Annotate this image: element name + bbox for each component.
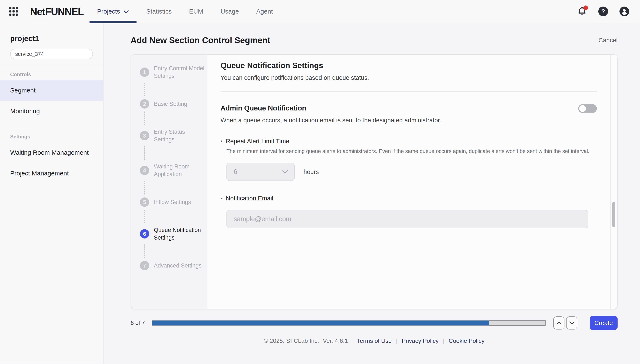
repeat-alert-limit-description: The minimum interval for sending queue a… [226,148,597,154]
card-scrollbar-track [610,55,617,309]
nav-item-statistics[interactable]: Statistics [138,0,179,23]
main-area: Add New Section Control Segment Cancel 1… [104,23,640,364]
repeat-alert-hours-select[interactable]: 6 [226,163,294,181]
footer-separator: | [443,338,444,344]
footer-separator: | [396,338,398,344]
chevron-down-icon [569,321,574,325]
nav-item-usage[interactable]: Usage [213,0,246,23]
next-step-button[interactable] [566,316,577,330]
select-value: 6 [234,168,237,176]
sidebar-item-monitoring[interactable]: Monitoring [0,101,103,122]
step-1-entry-control-model-settings[interactable]: 1 Entry Control Model Settings [140,64,208,80]
step-7-advanced-settings[interactable]: 7 Advanced Settings [140,261,208,270]
account-icon[interactable] [619,6,630,16]
field-label-text: Repeat Alert Limit Time [226,138,289,145]
netfunnel-logo[interactable]: NetFUNNEL [30,6,84,17]
nav-item-label: Usage [220,8,239,15]
content-subtitle: You can configure notifications based on… [220,74,597,81]
wizard-card: 1 Entry Control Model Settings 2 Basic S… [130,54,618,309]
step-number: 5 [140,198,149,207]
version-text: Ver. 4.6.1 [323,338,348,344]
cookie-policy-link[interactable]: Cookie Policy [449,338,485,344]
cancel-button[interactable]: Cancel [598,37,618,44]
progress-fill [152,320,489,325]
notification-email-input[interactable] [226,210,588,228]
nav-item-label: Statistics [146,8,172,15]
page-footer: © 2025. STCLab Inc. Ver. 4.6.1 Terms of … [130,338,618,344]
sidebar-item-label: Waiting Room Management [10,149,89,156]
privacy-policy-link[interactable]: Privacy Policy [402,338,438,344]
help-glyph: ? [601,8,605,15]
step-6-queue-notification-settings[interactable]: 6 Queue Notification Settings [140,226,208,242]
admin-queue-notification-row: Admin Queue Notification [220,104,597,113]
step-label: Queue Notification Settings [154,226,207,242]
step-label: Basic Setting [154,100,207,108]
sidebar-item-segment[interactable]: Segment [0,80,103,101]
sidebar: project1 service_374 Controls Segment Mo… [0,23,104,364]
step-label: Waiting Room Application [154,163,207,178]
content-title: Queue Notification Settings [220,61,597,70]
copyright-text: © 2025. STCLab Inc. [264,338,319,344]
step-progress-bar [152,320,546,326]
create-button[interactable]: Create [590,316,618,330]
repeat-alert-limit-label: • Repeat Alert Limit Time [220,138,597,145]
step-number: 3 [140,131,149,140]
sidebar-item-label: Project Management [10,170,69,177]
sidebar-item-waiting-room-management[interactable]: Waiting Room Management [0,142,103,163]
step-connector [144,244,208,258]
notification-badge [583,6,588,10]
step-number: 4 [140,166,149,175]
navbar-right-icons: ? [577,6,630,16]
app-launcher-icon[interactable] [9,7,18,16]
admin-queue-notification-description: When a queue occurs, a notification emai… [220,117,597,124]
card-scrollbar-thumb[interactable] [612,202,615,227]
sidebar-section-settings: Settings [10,134,103,140]
step-connector [144,83,208,96]
chevron-down-icon [124,10,129,14]
service-selector[interactable]: service_374 [10,49,93,59]
content-divider [220,92,597,92]
nav-item-label: Agent [256,8,273,15]
step-label: Advanced Settings [154,262,207,270]
previous-step-button[interactable] [553,316,564,330]
nav-item-label: Projects [97,8,120,15]
step-number: 7 [140,261,149,270]
admin-queue-notification-toggle[interactable] [578,104,597,113]
wizard-bottom-bar: 6 of 7 Create [130,316,618,330]
sidebar-item-label: Segment [10,87,36,94]
step-number: 1 [140,68,149,77]
admin-queue-notification-title: Admin Queue Notification [220,104,306,112]
project-name: project1 [10,34,103,43]
step-label: Entry Control Model Settings [154,64,207,80]
step-connector [144,181,208,194]
step-number: 6 [140,229,149,238]
step-5-inflow-settings[interactable]: 5 Inflow Settings [140,198,208,207]
sidebar-divider [0,128,103,128]
sidebar-item-project-management[interactable]: Project Management [0,163,103,184]
notification-bell-icon[interactable] [577,6,587,16]
terms-of-use-link[interactable]: Terms of Use [357,338,392,344]
step-2-basic-setting[interactable]: 2 Basic Setting [140,99,208,108]
footer-links: Terms of Use | Privacy Policy | Cookie P… [357,338,484,344]
nav-item-eum[interactable]: EUM [182,0,211,23]
repeat-alert-limit-group: • Repeat Alert Limit Time The minimum in… [220,138,597,181]
step-connector [144,112,208,125]
notification-email-label: • Notification Email [220,195,597,202]
step-label: Inflow Settings [154,198,207,206]
nav-item-label: EUM [189,8,203,15]
field-label-text: Notification Email [226,195,273,202]
help-icon[interactable]: ? [598,6,608,16]
repeat-alert-select-row: 6 hours [226,163,597,181]
service-selector-value: service_374 [15,51,44,57]
nav-item-projects[interactable]: Projects [90,0,136,23]
notification-email-group: • Notification Email [220,195,597,228]
step-4-waiting-room-application[interactable]: 4 Waiting Room Application [140,163,208,178]
top-navbar: NetFUNNEL Projects Statistics EUM Usage … [0,0,640,23]
bullet-icon: • [220,138,222,144]
primary-nav: Projects Statistics EUM Usage Agent [90,0,280,23]
step-3-entry-status-settings[interactable]: 3 Entry Status Settings [140,128,208,143]
step-connector [144,146,208,160]
nav-item-agent[interactable]: Agent [249,0,280,23]
sidebar-section-controls: Controls [10,72,103,78]
sidebar-divider [0,66,103,66]
